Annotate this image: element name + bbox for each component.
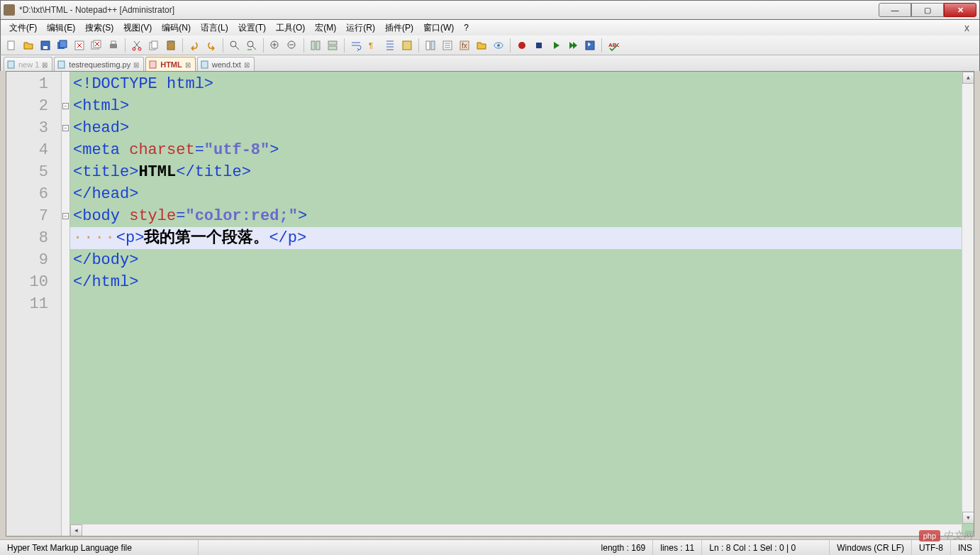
tab-html[interactable]: HTML ⊠ <box>145 57 196 71</box>
play-multi-icon[interactable] <box>565 38 581 53</box>
user-lang-icon[interactable] <box>399 38 415 53</box>
menu-search[interactable]: 搜索(S) <box>81 21 118 35</box>
menu-tools[interactable]: 工具(O) <box>272 21 309 35</box>
function-list-icon[interactable]: fx <box>457 38 472 53</box>
status-insert-mode[interactable]: INS <box>951 540 980 555</box>
menu-settings[interactable]: 设置(T) <box>234 21 270 35</box>
code-line[interactable]: </head> <box>70 183 974 205</box>
app-icon <box>4 4 15 16</box>
menu-edit[interactable]: 编辑(E) <box>43 21 79 35</box>
toolbar-separator <box>223 38 223 53</box>
close-all-icon[interactable] <box>89 38 104 53</box>
save-all-icon[interactable] <box>55 38 70 53</box>
stop-macro-icon[interactable] <box>531 38 547 53</box>
undo-icon[interactable] <box>186 38 202 53</box>
status-eol[interactable]: Windows (CR LF) <box>830 540 912 555</box>
fold-column: −−− <box>62 72 70 536</box>
code-line[interactable]: </html> <box>70 271 974 293</box>
monitoring-icon[interactable] <box>491 38 506 53</box>
tab-new1[interactable]: new 1 ⊠ <box>4 57 52 71</box>
close-button[interactable]: ✕ <box>944 3 976 17</box>
code-area[interactable]: <!DOCTYPE html><html><head><meta charset… <box>70 72 974 536</box>
new-file-icon[interactable] <box>4 38 19 53</box>
scroll-up-icon[interactable]: ▲ <box>962 72 974 84</box>
svg-rect-23 <box>328 46 337 50</box>
sync-vscroll-icon[interactable] <box>308 38 323 53</box>
redo-icon[interactable] <box>204 38 219 53</box>
menu-help[interactable]: ? <box>460 21 473 34</box>
menu-language[interactable]: 语言(L) <box>196 21 233 35</box>
doc-map-icon[interactable] <box>423 38 438 53</box>
toolbar: ¶ fx ABC <box>0 35 980 55</box>
replace-icon[interactable] <box>244 38 260 53</box>
menu-plugins[interactable]: 插件(P) <box>381 21 418 35</box>
fold-toggle-icon[interactable]: − <box>62 125 69 131</box>
tab-close-icon[interactable]: ⊠ <box>42 61 49 68</box>
menu-view[interactable]: 视图(V) <box>119 21 156 35</box>
code-line[interactable]: <head> <box>70 117 974 139</box>
titlebar: *D:\txt\HTML - Notepad++ [Administrator]… <box>0 0 980 20</box>
horizontal-scrollbar[interactable]: ◄ ► <box>70 524 962 536</box>
vertical-scrollbar[interactable]: ▲ ▼ <box>962 72 974 524</box>
play-macro-icon[interactable] <box>548 38 564 53</box>
sync-hscroll-icon[interactable] <box>325 38 340 53</box>
menu-file[interactable]: 文件(F) <box>5 21 41 35</box>
minimize-button[interactable]: — <box>879 3 911 17</box>
svg-rect-22 <box>328 41 337 45</box>
tab-close-icon[interactable]: ⊠ <box>185 61 192 68</box>
scroll-left-icon[interactable]: ◄ <box>70 524 82 536</box>
doc-list-icon[interactable] <box>440 38 455 53</box>
file-icon <box>201 60 209 69</box>
tab-testrequestimg[interactable]: testrequestimg.py ⊠ <box>54 57 144 71</box>
scroll-down-icon[interactable]: ▼ <box>962 512 974 524</box>
zoom-in-icon[interactable] <box>267 38 283 53</box>
code-line[interactable]: <title>HTML</title> <box>70 161 974 183</box>
show-all-chars-icon[interactable]: ¶ <box>365 38 381 53</box>
fold-toggle-icon[interactable]: − <box>62 213 69 219</box>
indent-guide-icon[interactable] <box>382 38 398 53</box>
fold-toggle-icon[interactable]: − <box>62 103 69 109</box>
copy-icon[interactable] <box>146 38 162 53</box>
folder-workspace-icon[interactable] <box>474 38 489 53</box>
code-line[interactable]: <body style="color:red;"> <box>70 205 974 227</box>
tab-close-icon[interactable]: ⊠ <box>244 61 251 68</box>
menu-encoding[interactable]: 编码(N) <box>157 21 195 35</box>
status-language: Hyper Text Markup Language file <box>0 540 199 555</box>
menu-macro[interactable]: 宏(M) <box>311 21 340 35</box>
svg-rect-34 <box>536 43 542 48</box>
code-line[interactable] <box>70 293 974 315</box>
tab-close-icon[interactable]: ⊠ <box>133 61 140 68</box>
editor: 1234567891011 −−− <!DOCTYPE html><html><… <box>6 71 974 537</box>
menu-window[interactable]: 窗口(W) <box>419 21 458 35</box>
code-line[interactable]: <meta charset="utf-8"> <box>70 139 974 161</box>
close-file-icon[interactable] <box>72 38 87 53</box>
save-icon[interactable] <box>38 38 53 53</box>
zoom-out-icon[interactable] <box>284 38 300 53</box>
maximize-button[interactable]: ▢ <box>911 3 944 17</box>
code-line[interactable]: </body> <box>70 249 974 271</box>
svg-rect-38 <box>58 61 65 68</box>
record-macro-icon[interactable] <box>514 38 530 53</box>
open-file-icon[interactable] <box>21 38 36 53</box>
code-line[interactable]: <!DOCTYPE html> <box>70 73 974 95</box>
cut-icon[interactable] <box>129 38 145 53</box>
find-icon[interactable] <box>227 38 243 53</box>
menubar-close-button[interactable]: x <box>959 22 975 33</box>
print-icon[interactable] <box>106 38 121 53</box>
spellcheck-icon[interactable]: ABC <box>606 38 621 53</box>
tab-label: new 1 <box>18 60 39 69</box>
statusbar: Hyper Text Markup Language file length :… <box>0 539 980 555</box>
code-line[interactable]: <html> <box>70 95 974 117</box>
save-macro-icon[interactable] <box>582 38 598 53</box>
menu-run[interactable]: 运行(R) <box>342 21 379 35</box>
svg-rect-0 <box>8 41 14 50</box>
paste-icon[interactable] <box>163 38 179 53</box>
status-length: length : 169 <box>594 540 654 555</box>
tab-wend[interactable]: wend.txt ⊠ <box>197 57 255 71</box>
svg-point-33 <box>518 42 525 49</box>
code-line[interactable]: ····<p>我的第一个段落。</p> <box>70 227 974 249</box>
status-encoding[interactable]: UTF-8 <box>912 540 951 555</box>
svg-rect-21 <box>316 41 320 50</box>
wordwrap-icon[interactable] <box>348 38 364 53</box>
svg-rect-9 <box>111 41 116 44</box>
